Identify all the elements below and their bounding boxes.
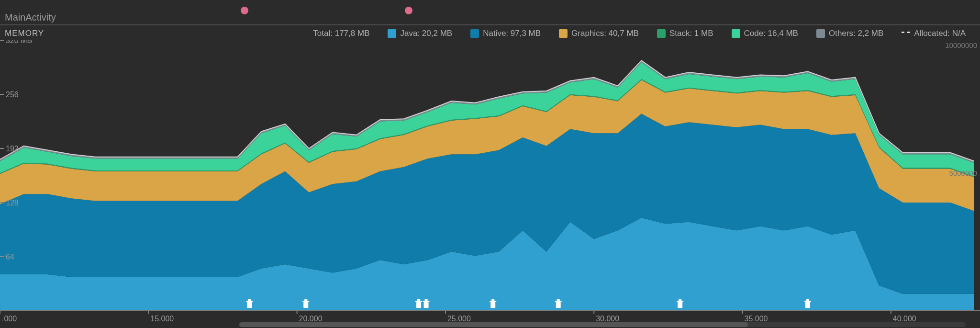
dashed-line-icon: [902, 32, 910, 36]
svg-rect-31: [677, 301, 683, 302]
svg-text:35.000: 35.000: [745, 315, 768, 323]
svg-text:10000000: 10000000: [945, 41, 977, 49]
svg-rect-14: [248, 299, 251, 301]
svg-text:64: 64: [6, 253, 14, 261]
scrollbar-thumb[interactable]: [239, 322, 748, 327]
svg-rect-33: [805, 302, 810, 308]
svg-rect-15: [303, 302, 308, 308]
svg-text:192: 192: [6, 145, 19, 153]
legend-stack[interactable]: Stack: 1 MB: [657, 29, 713, 38]
event-marker-dot: [405, 7, 412, 14]
svg-rect-25: [490, 301, 496, 302]
svg-rect-19: [415, 301, 422, 302]
legend-total: Total: 177,8 MB: [313, 29, 369, 38]
svg-rect-12: [247, 302, 252, 308]
svg-text:128: 128: [6, 199, 19, 207]
horizontal-scrollbar[interactable]: [239, 322, 966, 327]
svg-rect-21: [424, 302, 429, 308]
svg-text:256: 256: [6, 90, 19, 99]
svg-text:30.000: 30.000: [596, 315, 619, 323]
legend-code[interactable]: Code: 16,4 MB: [732, 29, 798, 38]
panel-title: MEMORY: [5, 29, 44, 38]
svg-rect-23: [425, 299, 428, 301]
svg-rect-24: [490, 302, 495, 308]
legend-row: MEMORY Total: 177,8 MB Java: 20,2 MB Nat…: [0, 27, 980, 40]
svg-rect-30: [678, 302, 682, 308]
svg-rect-22: [423, 301, 430, 302]
svg-text:40.000: 40.000: [893, 315, 916, 323]
event-marker-dot: [241, 7, 248, 14]
svg-rect-17: [304, 299, 307, 301]
svg-text:.000: .000: [2, 315, 17, 323]
svg-rect-27: [556, 302, 561, 308]
svg-rect-18: [416, 302, 421, 308]
x-axis: .00015.00020.00025.00030.00035.00040.000: [0, 310, 980, 328]
svg-text:15.000: 15.000: [150, 315, 174, 323]
svg-rect-20: [417, 299, 420, 301]
legend-native[interactable]: Native: 97,3 MB: [470, 29, 541, 38]
activity-label: MainActivity: [5, 12, 56, 23]
svg-rect-34: [804, 301, 811, 302]
legend-allocated[interactable]: Allocated: N/A: [902, 29, 966, 38]
legend-others[interactable]: Others: 2,2 MB: [816, 29, 883, 38]
svg-text:5000000: 5000000: [949, 169, 977, 177]
svg-rect-29: [557, 299, 560, 301]
svg-text:20.000: 20.000: [299, 315, 323, 323]
legend-java[interactable]: Java: 20,2 MB: [388, 29, 452, 38]
svg-rect-32: [679, 299, 681, 301]
svg-rect-28: [555, 301, 562, 302]
svg-rect-26: [491, 299, 494, 301]
svg-text:25.000: 25.000: [447, 315, 471, 323]
svg-rect-35: [806, 299, 809, 301]
svg-text:320 MB: 320 MB: [6, 40, 32, 45]
legend-group: Total: 177,8 MB Java: 20,2 MB Native: 97…: [313, 29, 975, 38]
svg-rect-16: [302, 301, 309, 302]
activity-bar: MainActivity: [0, 0, 980, 25]
memory-chart[interactable]: 320 MB25619212864100000005000000: [0, 40, 980, 311]
svg-rect-13: [246, 301, 253, 302]
legend-graphics[interactable]: Graphics: 40,7 MB: [559, 29, 639, 38]
